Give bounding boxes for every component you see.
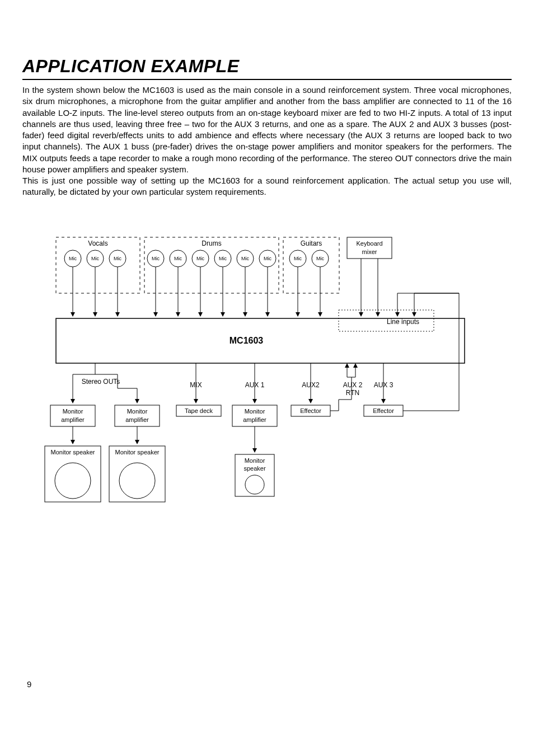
- drums-mic-4: Mic: [214, 250, 231, 267]
- svg-point-74: [55, 463, 91, 499]
- mon-spk-3-l1: Monitor: [245, 457, 265, 464]
- page-title: APPLICATION EXAMPLE: [22, 56, 512, 77]
- svg-text:Mic: Mic: [114, 256, 121, 261]
- mon-amp-3-l1: Monitor: [245, 408, 265, 415]
- body-text: In the system shown below the MC1603 is …: [22, 84, 512, 198]
- mon-amp-3-l2: amplifier: [243, 416, 266, 423]
- keyboard-label-1: Keyboard: [356, 240, 382, 247]
- mix-label: MIX: [190, 381, 202, 389]
- svg-text:Mic: Mic: [219, 256, 227, 261]
- effector-1-label: Effector: [300, 407, 321, 414]
- drums-mic-2: Mic: [170, 250, 186, 267]
- keyboard-label-2: mixer: [362, 248, 377, 255]
- svg-text:Mic: Mic: [152, 256, 160, 261]
- signal-flow-diagram: Vocals Mic Mic Mic Drums Mic Mic Mic Mic…: [22, 232, 512, 525]
- title-rule: [22, 79, 512, 80]
- drums-label: Drums: [202, 240, 221, 247]
- tape-deck-label: Tape deck: [185, 407, 213, 414]
- console-name: MC1603: [229, 336, 264, 345]
- drums-mic-6: Mic: [259, 250, 276, 267]
- drums-mic-5: Mic: [237, 250, 254, 267]
- aux2-rtn-label-1: AUX 2: [343, 381, 363, 389]
- drums-mic-3: Mic: [192, 250, 209, 267]
- stereo-outs-label: Stereo OUTs: [82, 378, 120, 386]
- svg-text:Mic: Mic: [174, 256, 182, 261]
- aux2-label: AUX2: [302, 381, 320, 389]
- page-number: 9: [27, 679, 31, 689]
- svg-text:Mic: Mic: [316, 256, 324, 261]
- guitars-label: Guitars: [301, 240, 322, 247]
- mon-spk-2-label: Monitor speaker: [115, 449, 160, 456]
- aux3-label: AUX 3: [374, 381, 394, 389]
- svg-text:Mic: Mic: [91, 256, 99, 261]
- vocals-label: Vocals: [88, 240, 107, 247]
- aux2-rtn-label-2: RTN: [346, 389, 359, 397]
- mon-amp-1-l2: amplifier: [61, 416, 85, 423]
- svg-text:Mic: Mic: [264, 256, 271, 261]
- effector-2-label: Effector: [373, 407, 394, 414]
- svg-point-78: [245, 475, 264, 494]
- svg-point-76: [119, 463, 155, 499]
- drums-mic-1: Mic: [147, 250, 164, 267]
- mon-spk-1-label: Monitor speaker: [51, 449, 95, 456]
- svg-text:Mic: Mic: [294, 256, 302, 261]
- vocals-mic-3: Mic: [109, 250, 126, 267]
- vocals-mic-1: Mic: [64, 250, 81, 267]
- aux1-label: AUX 1: [245, 381, 265, 389]
- mon-spk-3-l2: speaker: [243, 465, 265, 472]
- mon-amp-2-l2: amplifier: [125, 416, 149, 423]
- mon-amp-2-l1: Monitor: [127, 408, 148, 415]
- svg-text:Mic: Mic: [69, 256, 77, 261]
- svg-text:Mic: Mic: [241, 256, 249, 261]
- guitars-mic-1: Mic: [289, 250, 306, 267]
- svg-text:Mic: Mic: [196, 256, 204, 261]
- mon-amp-1-l1: Monitor: [63, 408, 83, 415]
- line-inputs-label: Line inputs: [387, 318, 419, 326]
- guitars-mic-2: Mic: [312, 250, 329, 267]
- vocals-mic-2: Mic: [87, 250, 104, 267]
